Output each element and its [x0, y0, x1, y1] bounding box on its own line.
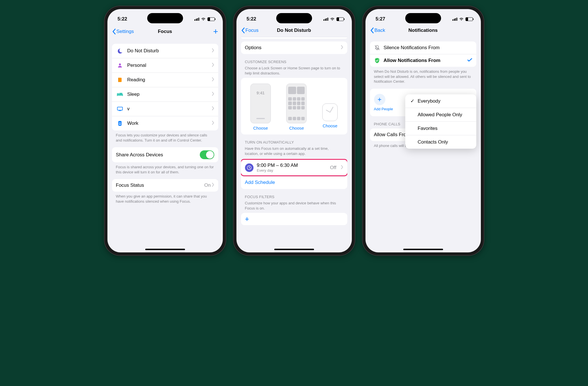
- status-label: Focus Status: [116, 182, 204, 188]
- back-button[interactable]: Back: [370, 27, 385, 34]
- wifi-icon: [459, 17, 464, 21]
- svg-point-6: [117, 93, 119, 94]
- add-filter-button[interactable]: +: [241, 213, 347, 225]
- popup-option-allowed-people-only[interactable]: ✓Allowed People Only: [405, 108, 476, 122]
- focus-row-sleep[interactable]: Sleep: [112, 87, 218, 102]
- status-time: 5:27: [376, 16, 385, 22]
- content-area[interactable]: Options CUSTOMIZE SCREENS Choose a Lock …: [236, 37, 352, 252]
- screens-row: 9:41 Choose Choose: [241, 78, 347, 134]
- popup-option-everybody[interactable]: ✓Everybody: [405, 94, 476, 108]
- allow-row[interactable]: Allow Notifications From: [370, 54, 476, 67]
- schedule-row[interactable]: 9:00 PM – 6:30 AM Every day Off: [241, 160, 347, 175]
- focus-label: Do Not Disturb: [127, 48, 212, 54]
- popup-label: Everybody: [418, 98, 441, 104]
- check-icon: ✓: [410, 98, 415, 104]
- options-row[interactable]: Options: [241, 41, 347, 54]
- mock-time: 9:41: [257, 91, 265, 95]
- home-indicator[interactable]: [403, 249, 443, 250]
- schedule-time: 9:00 PM – 6:30 AM: [257, 163, 327, 168]
- focus-label: Reading: [127, 77, 212, 83]
- add-people-icon[interactable]: +: [374, 94, 385, 105]
- person-icon: [116, 61, 124, 69]
- svg-rect-3: [117, 94, 123, 96]
- signal-icon: [194, 17, 199, 21]
- popup-option-contacts-only[interactable]: ✓Contacts Only: [405, 135, 476, 149]
- status-time: 5:22: [247, 16, 256, 22]
- allow-footer: When Do Not Disturb is on, notifications…: [370, 67, 476, 84]
- add-schedule-button[interactable]: Add Schedule: [241, 176, 347, 188]
- dynamic-island: [276, 13, 312, 23]
- page-title: Do Not Disturb: [277, 28, 311, 33]
- focus-row-personal[interactable]: Personal: [112, 58, 218, 73]
- battery-icon: [207, 17, 215, 21]
- chevron-right-icon: [341, 45, 343, 50]
- wifi-icon: [330, 17, 335, 21]
- tv-icon: [116, 105, 124, 113]
- focus-status-row[interactable]: Focus Status On: [112, 179, 218, 192]
- check-shield-icon: [374, 57, 380, 64]
- focus-row-work[interactable]: Work: [112, 116, 218, 130]
- back-button[interactable]: Focus: [241, 27, 259, 34]
- add-focus-button[interactable]: +: [213, 27, 218, 36]
- chevron-right-icon: [212, 48, 214, 53]
- popup-option-favorites[interactable]: ✓Favorites: [405, 122, 476, 135]
- home-screen-mock[interactable]: Choose: [286, 84, 307, 130]
- screens-group: 9:41 Choose Choose: [241, 78, 347, 134]
- focus-row-do-not-disturb[interactable]: Do Not Disturb: [112, 44, 218, 58]
- nav-bar: Settings Focus +: [107, 24, 223, 39]
- battery-icon: [466, 17, 473, 21]
- lock-screen-mock[interactable]: 9:41 Choose: [250, 84, 271, 130]
- dynamic-island: [405, 13, 441, 23]
- wifi-icon: [201, 17, 206, 21]
- allow-label: Allow Notifications From: [384, 58, 467, 63]
- page-title: Notifications: [408, 28, 438, 33]
- watch-face-icon: [322, 103, 338, 121]
- silence-row[interactable]: Silence Notifications From: [370, 41, 476, 54]
- brief-icon: [116, 119, 124, 127]
- share-row[interactable]: Share Across Devices: [112, 147, 218, 162]
- svg-rect-7: [117, 107, 122, 110]
- choose-home[interactable]: Choose: [289, 126, 304, 130]
- calls-popup-menu[interactable]: ✓Everybody✓Allowed People Only✓Favorites…: [405, 94, 476, 149]
- focus-footer: Focus lets you customize your devices an…: [112, 130, 218, 143]
- chevron-right-icon: [212, 121, 214, 126]
- share-toggle[interactable]: [200, 150, 214, 159]
- focus-list: Do Not Disturb Personal Reading Sleep v …: [112, 44, 218, 130]
- status-icons: [194, 17, 215, 21]
- home-indicator[interactable]: [145, 249, 185, 250]
- filters-header: FOCUS FILTERS: [241, 189, 347, 200]
- signal-icon: [323, 17, 328, 21]
- schedule-group: 9:00 PM – 6:30 AM Every day Off Add Sche…: [241, 158, 347, 189]
- focus-label: Personal: [127, 63, 212, 68]
- prev-section-edge: [241, 37, 347, 39]
- choose-lock[interactable]: Choose: [253, 126, 268, 130]
- home-indicator[interactable]: [274, 249, 314, 250]
- content-area[interactable]: Do Not Disturb Personal Reading Sleep v …: [107, 39, 223, 252]
- screen-1: 5:22 Settings Focus + Do Not Disturb Per…: [107, 9, 223, 252]
- watch-mock[interactable]: Choose: [322, 84, 338, 130]
- bed-icon: [116, 90, 124, 98]
- focus-row-v[interactable]: v: [112, 102, 218, 116]
- svg-point-0: [119, 63, 121, 65]
- phone-frame-1: 5:22 Settings Focus + Do Not Disturb Per…: [104, 6, 226, 256]
- book-icon: [116, 76, 124, 84]
- svg-rect-11: [119, 124, 120, 125]
- options-group: Options: [241, 41, 347, 54]
- silence-allow-group: Silence Notifications From Allow Notific…: [370, 41, 476, 67]
- nav-bar: Back Notifications: [365, 24, 481, 37]
- check-icon: [467, 58, 472, 63]
- auto-header: TURN ON AUTOMATICALLY: [241, 134, 347, 146]
- auto-desc: Have this Focus turn on automatically at…: [241, 146, 347, 156]
- page-title: Focus: [158, 29, 172, 34]
- back-label: Settings: [117, 29, 134, 34]
- focus-row-reading[interactable]: Reading: [112, 73, 218, 87]
- choose-watch[interactable]: Choose: [323, 123, 337, 128]
- share-footer: Focus is shared across your devices, and…: [112, 162, 218, 175]
- customize-header: CUSTOMIZE SCREENS: [241, 54, 347, 65]
- filters-desc: Customize how your apps and device behav…: [241, 200, 347, 211]
- back-button[interactable]: Settings: [112, 28, 134, 35]
- customize-desc: Choose a Lock Screen or Home Screen page…: [241, 65, 347, 76]
- phone-frame-3: 5:27 Back Notifications Silence Notifica…: [362, 6, 484, 256]
- filters-group: +: [241, 213, 347, 225]
- chevron-right-icon: [341, 165, 343, 170]
